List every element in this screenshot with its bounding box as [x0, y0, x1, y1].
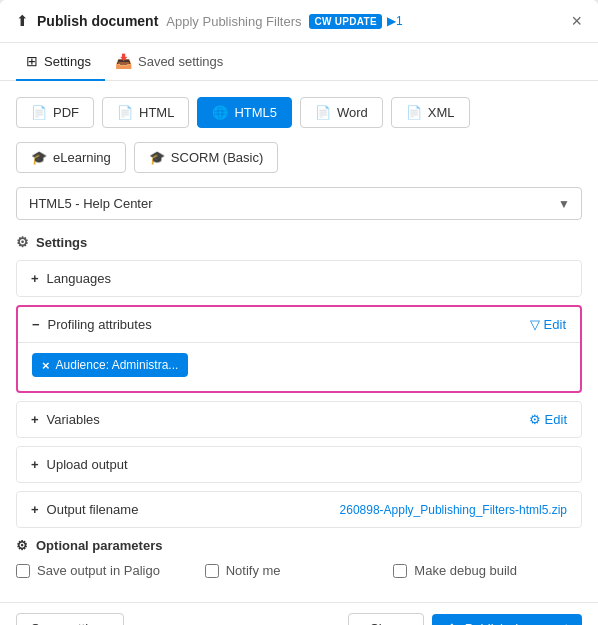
modal-body: 📄 PDF 📄 HTML 🌐 HTML5 📄 Word 📄 XML	[0, 81, 598, 602]
languages-label: Languages	[47, 271, 111, 286]
debug-build-label: Make debug build	[414, 563, 517, 578]
format-pdf-button[interactable]: 📄 PDF	[16, 97, 94, 128]
format-elearning-button[interactable]: 🎓 eLearning	[16, 142, 126, 173]
notify-me-checkbox-item: Notify me	[205, 563, 394, 578]
profiling-collapse-icon: −	[32, 317, 40, 332]
close-button[interactable]: Close	[348, 613, 423, 625]
settings-section-header: ⚙ Settings	[16, 234, 582, 250]
output-format-dropdown-row: HTML5 - Help Center HTML5 - Other ▼	[16, 187, 582, 220]
modal-tabs: ⊞ Settings 📥 Saved settings	[0, 43, 598, 81]
profiling-edit-link[interactable]: ▽ Edit	[530, 317, 566, 332]
xml-icon: 📄	[406, 105, 422, 120]
output-filename-expand-icon: +	[31, 502, 39, 517]
variables-edit-label: Edit	[545, 412, 567, 427]
upload-output-label: Upload output	[47, 457, 128, 472]
variables-label: Variables	[47, 412, 100, 427]
profiling-section: − Profiling attributes ▽ Edit × Audience…	[16, 305, 582, 393]
notify-me-label: Notify me	[226, 563, 281, 578]
settings-section-label: Settings	[36, 235, 87, 250]
tab-saved-settings[interactable]: 📥 Saved settings	[105, 43, 237, 81]
audience-tag[interactable]: × Audience: Administra...	[32, 353, 188, 377]
upload-output-expand-icon: +	[31, 457, 39, 472]
format-buttons-row1: 📄 PDF 📄 HTML 🌐 HTML5 📄 Word 📄 XML	[16, 97, 582, 128]
format-xml-button[interactable]: 📄 XML	[391, 97, 470, 128]
notify-me-checkbox[interactable]	[205, 564, 219, 578]
format-buttons-row2: 🎓 eLearning 🎓 SCORM (Basic)	[16, 142, 582, 173]
format-html5-button[interactable]: 🌐 HTML5	[197, 97, 292, 128]
save-settings-button[interactable]: Save settings	[16, 613, 124, 625]
profiling-body: × Audience: Administra...	[18, 342, 580, 391]
format-word-label: Word	[337, 105, 368, 120]
html-icon: 📄	[117, 105, 133, 120]
version-badge: ▶1	[387, 14, 403, 28]
output-filename-header[interactable]: + Output filename 260898-Apply_Publishin…	[17, 492, 581, 527]
profiling-edit-label: Edit	[544, 317, 566, 332]
publish-document-modal: ⬆ Publish document Apply Publishing Filt…	[0, 0, 598, 625]
publish-upload-icon: ⬆	[446, 621, 458, 626]
variables-edit-link[interactable]: ⚙ Edit	[529, 412, 567, 427]
audience-tag-label: Audience: Administra...	[56, 358, 179, 372]
upload-icon: ⬆	[16, 12, 29, 30]
save-output-checkbox[interactable]	[16, 564, 30, 578]
tab-settings-label: Settings	[44, 54, 91, 69]
close-icon[interactable]: ×	[571, 12, 582, 30]
profiling-label: Profiling attributes	[48, 317, 152, 332]
cw-update-badge: CW UPDATE	[309, 14, 382, 29]
save-output-checkbox-item: Save output in Paligo	[16, 563, 205, 578]
scorm-icon: 🎓	[149, 150, 165, 165]
optional-parameters-section: ⚙ Optional parameters Save output in Pal…	[16, 538, 582, 578]
optional-checkboxes-row: Save output in Paligo Notify me Make deb…	[16, 563, 582, 578]
upload-output-header[interactable]: + Upload output	[17, 447, 581, 482]
upload-output-section: + Upload output	[16, 446, 582, 483]
publish-document-label: Publish document	[465, 621, 568, 625]
elearning-icon: 🎓	[31, 150, 47, 165]
modal-subtitle: Apply Publishing Filters	[166, 14, 301, 29]
publish-document-button[interactable]: ⬆ Publish document	[432, 614, 582, 626]
format-html-label: HTML	[139, 105, 174, 120]
format-scorm-label: SCORM (Basic)	[171, 150, 263, 165]
output-format-dropdown-wrapper: HTML5 - Help Center HTML5 - Other ▼	[16, 187, 582, 220]
format-html-button[interactable]: 📄 HTML	[102, 97, 189, 128]
variables-header[interactable]: + Variables ⚙ Edit	[17, 402, 581, 437]
tab-saved-settings-label: Saved settings	[138, 54, 223, 69]
pdf-icon: 📄	[31, 105, 47, 120]
languages-expand-icon: +	[31, 271, 39, 286]
save-output-label: Save output in Paligo	[37, 563, 160, 578]
modal-title: Publish document	[37, 13, 158, 29]
tab-settings[interactable]: ⊞ Settings	[16, 43, 105, 81]
languages-section: + Languages	[16, 260, 582, 297]
output-filename-label: Output filename	[47, 502, 139, 517]
debug-build-checkbox-item: Make debug build	[393, 563, 582, 578]
format-scorm-button[interactable]: 🎓 SCORM (Basic)	[134, 142, 278, 173]
format-xml-label: XML	[428, 105, 455, 120]
format-html5-label: HTML5	[234, 105, 277, 120]
word-icon: 📄	[315, 105, 331, 120]
settings-icon: ⚙	[16, 234, 29, 250]
gear-icon: ⚙	[529, 412, 541, 427]
output-format-select[interactable]: HTML5 - Help Center HTML5 - Other	[16, 187, 582, 220]
format-pdf-label: PDF	[53, 105, 79, 120]
optional-gear-icon: ⚙	[16, 538, 28, 553]
debug-build-checkbox[interactable]	[393, 564, 407, 578]
saved-settings-tab-icon: 📥	[115, 53, 132, 69]
html5-icon: 🌐	[212, 105, 228, 120]
format-elearning-label: eLearning	[53, 150, 111, 165]
modal-footer: Save settings Close ⬆ Publish document	[0, 602, 598, 625]
variables-section: + Variables ⚙ Edit	[16, 401, 582, 438]
output-filename-value: 260898-Apply_Publishing_Filters-html5.zi…	[340, 503, 567, 517]
optional-parameters-label: Optional parameters	[36, 538, 162, 553]
optional-parameters-header: ⚙ Optional parameters	[16, 538, 582, 553]
profiling-header[interactable]: − Profiling attributes ▽ Edit	[18, 307, 580, 342]
tag-close-icon[interactable]: ×	[42, 359, 50, 372]
modal-header: ⬆ Publish document Apply Publishing Filt…	[0, 0, 598, 43]
settings-tab-icon: ⊞	[26, 53, 38, 69]
filter-icon: ▽	[530, 317, 540, 332]
languages-header[interactable]: + Languages	[17, 261, 581, 296]
output-filename-section: + Output filename 260898-Apply_Publishin…	[16, 491, 582, 528]
variables-expand-icon: +	[31, 412, 39, 427]
format-word-button[interactable]: 📄 Word	[300, 97, 383, 128]
